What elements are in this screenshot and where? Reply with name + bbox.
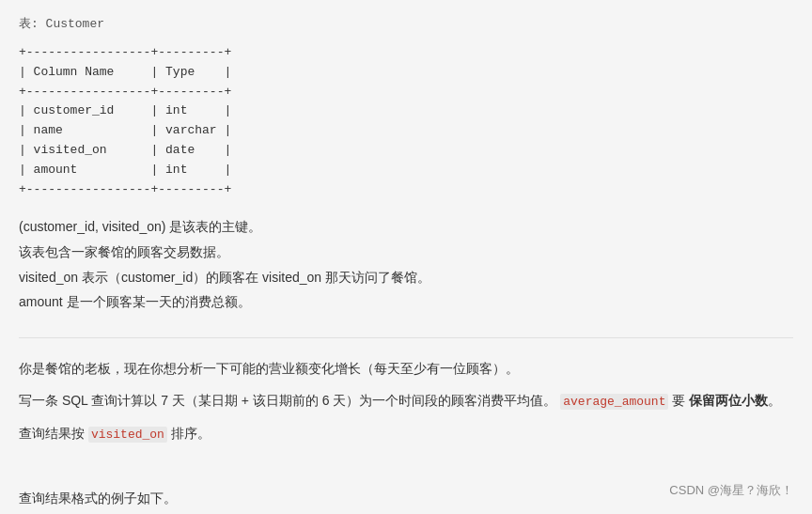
inline-code: average_amount	[560, 394, 668, 410]
table-label: 表: Customer	[19, 15, 793, 32]
schema-line: | customer_id | int |	[19, 101, 793, 121]
table-label-text: 表: Customer	[19, 17, 104, 31]
divider	[19, 337, 793, 338]
question-line: 写一条 SQL 查询计算以 7 天（某日期 + 该日期前的 6 天）为一个时间段…	[19, 387, 793, 414]
page-container: 表: Customer +-----------------+---------…	[19, 15, 793, 514]
question-line	[19, 453, 793, 479]
schema-line: | amount | int |	[19, 161, 793, 180]
bold-text: 保留两位小数	[689, 393, 768, 408]
schema-line: | Column Name | Type |	[19, 63, 793, 83]
schema-line: | visited_on | date |	[19, 141, 793, 161]
schema-line: | name | varchar |	[19, 121, 793, 141]
description-line: (customer_id, visited_on) 是该表的主键。	[19, 214, 793, 240]
schema-block: +-----------------+---------+| Column Na…	[19, 43, 793, 199]
question-line: 你是餐馆的老板，现在你想分析一下可能的营业额变化增长（每天至少有一位顾客）。	[19, 355, 793, 382]
question-line: 查询结果按 visited_on 排序。	[19, 420, 793, 447]
schema-line: +-----------------+---------+	[19, 43, 793, 63]
schema-line: +-----------------+---------+	[19, 180, 793, 200]
footer-brand: CSDN @海星？海欣！	[669, 482, 793, 499]
description-line: visited_on 表示（customer_id）的顾客在 visited_o…	[19, 265, 793, 290]
description-line: 该表包含一家餐馆的顾客交易数据。	[19, 240, 793, 265]
schema-line: +-----------------+---------+	[19, 83, 793, 102]
description-block: (customer_id, visited_on) 是该表的主键。该表包含一家餐…	[19, 214, 793, 314]
description-line: amount 是一个顾客某一天的消费总额。	[19, 289, 793, 315]
inline-code: visited_on	[88, 427, 167, 443]
footer-text: CSDN @海星？海欣！	[669, 483, 793, 497]
